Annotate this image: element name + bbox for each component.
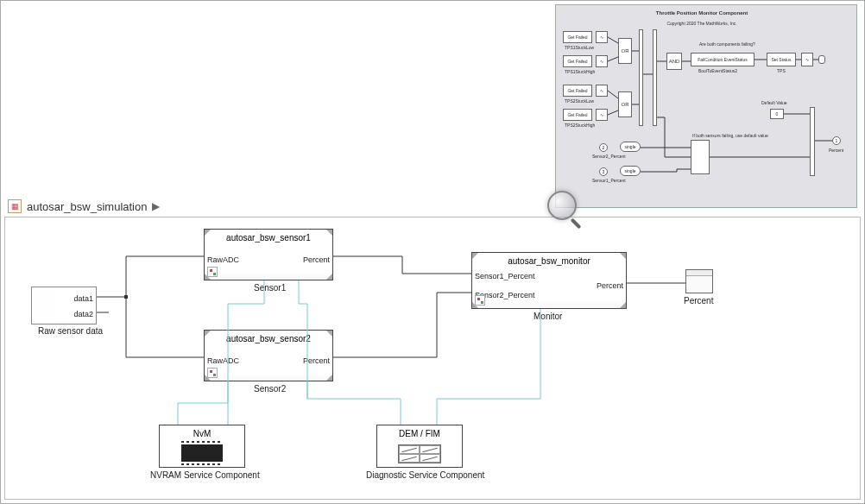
mux2 [653,29,657,126]
s2-lbl: Sensor2_Percent [592,154,626,159]
term1 [818,55,825,64]
sensor2-block[interactable]: autosar_bsw_sensor2 RawADC Percent [204,330,333,381]
get-failed-3: Get Failed [563,85,592,97]
and: AND [666,53,682,70]
in2: 2 [599,143,608,152]
chip-icon [181,444,223,462]
or2: OR [618,91,632,117]
fail-q: Are both components failing? [699,41,755,47]
dem-block[interactable]: DEM / FIM [376,425,463,468]
inset-title: Throttle Position Monitor Component [556,10,848,16]
set-status: Set Status [767,53,796,66]
wave-icon-5: ∿ [801,53,813,66]
svg-line-3 [608,91,618,98]
get-failed-4: Get Failed [563,109,592,121]
out1-lbl: Percent [829,148,843,153]
merge [810,107,815,176]
model-ref-icon [207,368,218,378]
sensor2-label: Sensor2 [254,384,286,394]
wave-icon-3: ∿ [596,85,608,97]
raw-sensor-data-block[interactable]: data1 data2 [31,287,97,324]
model-icon: ▦ [8,199,22,213]
or1: OR [618,38,632,64]
nvm-block[interactable]: NvM [159,425,245,468]
dem-label: Diagnostic Service Component [366,470,484,480]
monitor-out: Percent [597,281,623,290]
monitor-in1: Sensor1_Percent [475,272,535,280]
svg-marker-0 [124,295,128,299]
chevron-right-icon: ▶ [152,200,160,212]
wave-icon-2: ∿ [596,55,608,67]
svg-line-1 [608,37,618,43]
model-name: autosar_bsw_simulation [27,200,147,213]
sensor1-out: Percent [303,255,330,264]
out1: 1 [832,136,841,145]
single2: single [620,142,641,152]
wave-icon-1: ∿ [596,31,608,43]
raw-sensor-label: Raw sensor data [38,326,103,336]
in3: 3 [599,167,608,176]
switch [691,140,710,174]
inset-copyright: Copyright 2020 The MathWorks, Inc. [556,21,848,26]
nvm-title: NvM [160,429,244,438]
port-data1: data1 [73,294,93,303]
zero: 0 [770,109,784,119]
wave-icon-4: ∿ [596,109,608,121]
tps2-high: TPS2StuckHigh [565,123,595,128]
sensor2-in: RawADC [207,356,239,365]
diagram-canvas[interactable]: data1 data2 Raw sensor data autosar_bsw_… [4,217,861,500]
monitor-label: Monitor [534,312,562,321]
tps2-low: TPS2StuckLow [565,98,594,104]
dem-title: DEM / FIM [377,429,462,438]
monitor-block[interactable]: autosar_bsw_monitor Sensor1_Percent Sens… [471,252,627,309]
tps1-high: TPS1StuckHigh [565,69,595,74]
inset-panel: Throttle Position Monitor Component Copy… [555,4,857,208]
magnifier-icon [547,191,577,220]
breadcrumb[interactable]: ▦ autosar_bsw_simulation ▶ [8,199,160,213]
tps1-low: TPS1StuckLow [565,45,594,50]
sensor2-title: autosar_bsw_sensor2 [205,334,332,343]
sensor1-in: RawADC [207,255,239,264]
sensor1-label: Sensor1 [254,283,286,293]
svg-line-4 [608,110,618,115]
nvm-label: NVRAM Service Component [150,470,260,480]
port-data2: data2 [73,310,93,318]
if-fail: If both sensors failing, use default val… [692,133,768,138]
sensor1-title: autosar_bsw_sensor1 [205,233,332,243]
dem-icon [398,444,441,463]
get-failed-2: Get Failed [563,55,592,67]
model-ref-icon [475,295,485,306]
scope-block[interactable] [685,269,713,293]
scope-label: Percent [684,296,713,306]
single1: single [620,166,641,176]
mux1 [639,29,643,126]
monitor-title: autosar_bsw_monitor [472,256,626,266]
svg-line-2 [608,57,618,61]
s1-lbl: Sensor1_Percent [592,178,626,183]
tps-lbl: TPS [777,68,786,73]
sensor2-out: Percent [303,356,330,365]
get-failed-1: Get Failed [563,31,592,43]
failcond: FailCondition EventStatus [691,53,755,66]
bool-evt: BoolToEventStatus2 [698,68,737,73]
sensor1-block[interactable]: autosar_bsw_sensor1 RawADC Percent [204,229,333,280]
default-lbl: Default Value [761,100,787,105]
model-ref-icon [207,267,218,277]
